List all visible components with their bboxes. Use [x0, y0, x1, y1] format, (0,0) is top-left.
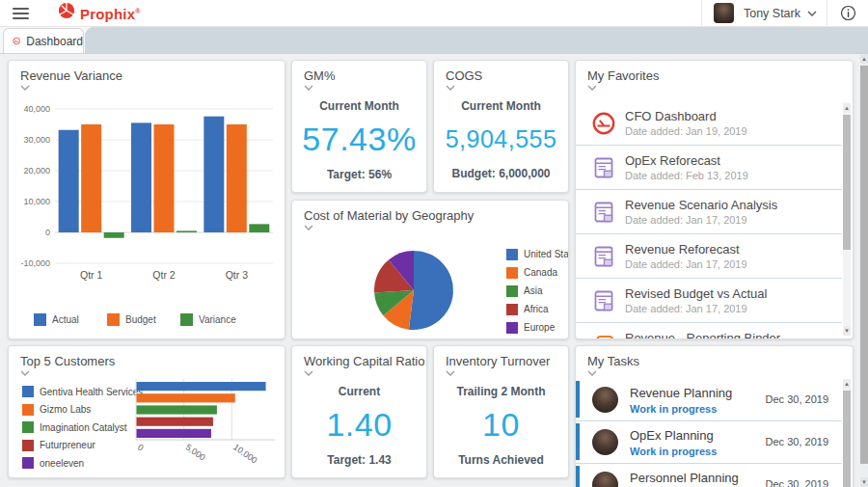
svg-text:10,000: 10,000: [23, 197, 50, 206]
scrollbar-thumb[interactable]: [860, 66, 868, 464]
collapse-chevron-icon[interactable]: [304, 370, 313, 376]
template-icon: [591, 244, 616, 269]
scroll-down-icon[interactable]: ▼: [843, 326, 851, 336]
card-title: My Tasks: [587, 354, 639, 368]
user-avatar: [714, 3, 734, 23]
legend-item: Gizmo Labs: [22, 401, 143, 419]
card-my-favorites: My Favorites CFO DashboardDate added: Ja…: [575, 60, 854, 339]
user-menu[interactable]: Tony Stark: [702, 0, 827, 26]
kpi-body: Trailing 2 Month 10 Turns Achieved: [434, 385, 568, 467]
favorite-list-item[interactable]: Revenue Scenario AnalysisDate added: Jan…: [576, 190, 842, 234]
dashboard-content: Revenue Variance 40,00030,00020,00010,00…: [0, 54, 868, 487]
task-status-link[interactable]: Work in progress: [630, 403, 732, 415]
user-name: Tony Stark: [744, 7, 800, 20]
tab-strip: [85, 27, 868, 53]
svg-text:Qtr 3: Qtr 3: [226, 269, 248, 281]
legend-item: Actual: [34, 313, 107, 326]
svg-text:-10,000: -10,000: [20, 258, 50, 268]
favorite-list-item[interactable]: Revenue ReforecastDate added: Jan 17, 20…: [576, 234, 842, 279]
legend-item: Budget: [107, 313, 180, 326]
kpi-label: Current Month: [319, 99, 399, 113]
svg-text:30,000: 30,000: [23, 135, 50, 145]
legend-item: Europe: [506, 318, 569, 337]
legend-swatch: [180, 313, 193, 326]
favorite-title: Revenue Scenario Analysis: [625, 198, 777, 212]
top-bar-right: Tony Stark: [701, 0, 868, 26]
legend-label: Asia: [524, 285, 542, 296]
info-button[interactable]: [827, 0, 868, 26]
svg-text:Qtr 2: Qtr 2: [152, 269, 175, 281]
task-status-link[interactable]: Work in progress: [630, 446, 717, 457]
collapse-chevron-icon[interactable]: [587, 85, 597, 91]
favorite-title: OpEx Reforecast: [625, 153, 748, 168]
svg-text:0: 0: [136, 442, 146, 452]
legend-label: Canada: [524, 267, 557, 278]
card-title: Cost of Material by Geography: [304, 208, 474, 223]
geography-pie-legend: United StatesCanadaAsiaAfricaEurope: [506, 245, 569, 337]
task-text: OpEx PlanningWork in progress: [630, 428, 717, 457]
assignee-avatar: [592, 472, 618, 487]
task-list-item[interactable]: Revenue PlanningWork in progressDec 30, …: [576, 379, 842, 421]
legend-swatch: [107, 313, 120, 326]
legend-label: Budget: [125, 314, 156, 325]
card-revenue-variance: Revenue Variance 40,00030,00020,00010,00…: [8, 60, 285, 339]
template-icon: [591, 288, 616, 313]
collapse-chevron-icon[interactable]: [304, 225, 313, 230]
top-bar: Prophix® Tony Stark: [0, 0, 868, 27]
collapse-chevron-icon[interactable]: [446, 370, 455, 376]
kpi-value: 5,904,555: [446, 125, 557, 153]
scrollbar-thumb[interactable]: [843, 391, 851, 487]
card-inventory-turnover: Inventory Turnover Trailing 2 Month 10 T…: [433, 345, 569, 478]
task-due-date: Dec 30, 2019: [766, 478, 828, 487]
top5-legend: Gentiva Health ServicesGizmo LabsImagina…: [22, 383, 143, 473]
legend-swatch: [22, 457, 34, 469]
favorite-list-item[interactable]: OpEx ReforecastDate added: Feb 13, 2019: [576, 146, 842, 190]
favorite-list-item[interactable]: CFO DashboardDate added: Jan 19, 2019: [576, 101, 842, 146]
favorite-text: Revenue Scenario AnalysisDate added: Jan…: [625, 198, 777, 226]
scroll-up-icon[interactable]: ▲: [843, 379, 851, 389]
card-gm-percent: GM% Current Month 57.43% Target: 56%: [291, 60, 427, 193]
task-list-item[interactable]: OpEx PlanningWork in progressDec 30, 201…: [576, 421, 842, 464]
prophix-logo[interactable]: Prophix®: [58, 2, 141, 24]
tab-dashboard[interactable]: Dashboard: [3, 28, 84, 53]
template-icon: [591, 155, 616, 180]
kpi-label: Current: [339, 385, 380, 398]
page-scrollbar[interactable]: ▲ ▼: [860, 54, 868, 487]
favorite-title: Revenue - Reporting Binder: [625, 331, 780, 338]
card-title: Working Capital Ratio: [304, 354, 424, 368]
favorite-list-item[interactable]: Revenue - Reporting BinderDate added: Ja…: [576, 323, 842, 338]
task-due-date: Dec 30, 2019: [766, 393, 828, 405]
legend-item: United States: [506, 245, 569, 263]
favorite-text: Revenue ReforecastDate added: Jan 17, 20…: [625, 242, 747, 270]
hamburger-menu-icon[interactable]: [13, 8, 29, 19]
collapse-chevron-icon[interactable]: [446, 85, 455, 91]
task-list-item[interactable]: Personnel PlanningDec 30, 2019: [576, 464, 842, 487]
favorites-scrollbar[interactable]: ▲ ▼: [843, 103, 851, 336]
favorite-list-item[interactable]: Revised Budget vs ActualDate added: Jan …: [576, 279, 842, 323]
task-status-stripe: [576, 466, 580, 487]
collapse-chevron-icon[interactable]: [304, 85, 313, 91]
legend-item: Canada: [506, 263, 569, 282]
collapse-chevron-icon[interactable]: [20, 370, 30, 376]
scrollbar-thumb[interactable]: [843, 115, 851, 250]
collapse-chevron-icon[interactable]: [587, 370, 597, 376]
tasks-scrollbar[interactable]: ▲: [843, 379, 851, 487]
scroll-up-icon[interactable]: ▲: [843, 103, 851, 113]
scroll-up-icon[interactable]: ▲: [860, 54, 868, 64]
scroll-down-icon[interactable]: ▼: [860, 477, 868, 487]
legend-item: Africa: [506, 300, 569, 318]
prophix-dashboard-app: Prophix® Tony Stark: [0, 0, 868, 487]
collapse-chevron-icon[interactable]: [20, 85, 30, 91]
svg-text:40,000: 40,000: [23, 104, 50, 114]
dashboard-icon: [13, 35, 20, 47]
legend-swatch: [506, 304, 518, 315]
svg-text:10,000: 10,000: [231, 442, 258, 465]
task-text: Personnel Planning: [630, 471, 739, 485]
legend-label: United States: [524, 249, 569, 259]
favorite-title: Revenue Reforecast: [625, 242, 747, 257]
tab-bar: Dashboard: [0, 27, 868, 54]
legend-swatch: [506, 267, 518, 279]
info-icon: [840, 5, 856, 21]
svg-text:20,000: 20,000: [23, 166, 50, 176]
card-my-tasks: My Tasks Revenue PlanningWork in progres…: [575, 345, 854, 487]
